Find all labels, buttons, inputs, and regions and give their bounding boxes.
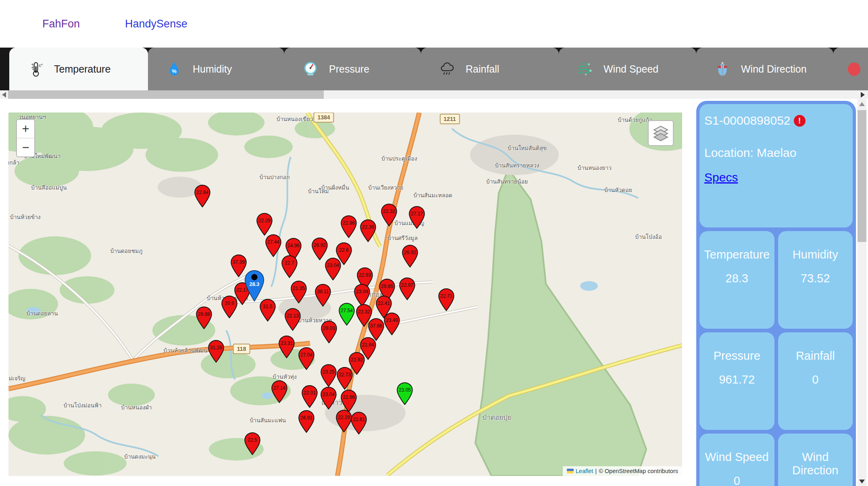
scroll-right-arrow-icon[interactable]: [861, 92, 865, 98]
svg-text:22.71: 22.71: [440, 293, 452, 299]
station-marker-alert[interactable]: 31.28: [207, 340, 225, 363]
svg-text:22.86: 22.86: [343, 220, 355, 226]
scroll-left-arrow-icon[interactable]: [2, 92, 6, 98]
zoom-in-button[interactable]: +: [17, 120, 34, 138]
station-marker-alert[interactable]: 23.04: [320, 387, 337, 410]
station-marker-alert[interactable]: 27.14: [271, 380, 288, 403]
metric-label: Wind Speed: [699, 451, 774, 464]
tab-pressure[interactable]: Pressure: [284, 48, 421, 90]
metric-label: Temperature: [699, 248, 774, 261]
station-marker-normal[interactable]: 27.54: [338, 302, 356, 325]
svg-text:22.01: 22.01: [304, 390, 316, 396]
top-header: FahFon HandySense: [0, 0, 868, 48]
station-marker-alert[interactable]: 26.91: [298, 410, 315, 433]
station-marker-alert[interactable]: 22.7: [281, 255, 298, 278]
station-marker-alert[interactable]: 22.73: [336, 367, 354, 390]
road-number-badge: 1384: [313, 113, 334, 123]
scroll-up-arrow-icon[interactable]: [859, 102, 865, 106]
tab-wind-speed[interactable]: Wind Speed: [559, 48, 696, 90]
tab-temperature[interactable]: c°Temperature: [9, 48, 148, 90]
station-marker-alert[interactable]: 22.84: [194, 185, 211, 208]
nav-handysense-link[interactable]: HandySense: [125, 18, 187, 30]
station-marker-alert[interactable]: 22.32: [380, 203, 398, 226]
station-marker-alert[interactable]: 23.04: [324, 258, 342, 281]
svg-text:23.04: 23.04: [327, 263, 339, 269]
specs-link[interactable]: Specs: [704, 171, 738, 184]
tab-label: Humidity: [193, 63, 232, 75]
svg-text:22.13: 22.13: [287, 313, 299, 319]
station-marker-alert[interactable]: 23.31: [278, 336, 296, 359]
station-marker-alert[interactable]: 20.9: [221, 295, 238, 318]
metric-card-pressure[interactable]: Pressure961.72: [699, 332, 774, 430]
station-marker-alert[interactable]: 22.86: [340, 215, 358, 238]
station-marker-normal[interactable]: 23.05: [396, 382, 414, 405]
station-marker-alert[interactable]: 23.25: [320, 364, 337, 387]
svg-text:26.91: 26.91: [300, 415, 312, 421]
metric-card-rainfall[interactable]: Rainfall0: [778, 332, 853, 430]
brand-fahfon-link[interactable]: FahFon: [42, 18, 80, 30]
road-number-badge: 1211: [439, 114, 460, 124]
svg-text:22.29: 22.29: [338, 415, 350, 420]
vertical-scrollbar-thumb[interactable]: [858, 110, 866, 242]
svg-text:27.44: 27.44: [267, 239, 279, 245]
metric-label: Humidity: [778, 248, 853, 261]
svg-text:22.73: 22.73: [339, 372, 351, 378]
map-layers-button[interactable]: [648, 120, 674, 146]
station-marker-alert[interactable]: 26.92: [401, 244, 419, 267]
station-marker-alert[interactable]: 26.92: [311, 237, 329, 260]
station-marker-alert[interactable]: 23.49: [383, 313, 401, 336]
station-marker-alert[interactable]: 22.61: [350, 412, 368, 435]
metric-value: 73.52: [778, 272, 853, 285]
rain-cloud-icon: [439, 61, 455, 77]
svg-text:26.92: 26.92: [314, 242, 326, 248]
svg-text:20.9: 20.9: [225, 300, 234, 306]
vertical-scrollbar[interactable]: [858, 99, 866, 486]
tab-label: Temperature: [54, 63, 110, 75]
station-marker-alert[interactable]: 22.13: [284, 308, 302, 331]
station-marker-alert[interactable]: 22.36: [359, 219, 377, 242]
station-marker-alert[interactable]: 23.04: [353, 284, 371, 307]
scroll-down-arrow-icon[interactable]: [859, 480, 865, 484]
station-marker-alert[interactable]: 22.29: [256, 213, 273, 236]
horizontal-scrollbar-thumb[interactable]: [8, 90, 324, 99]
metric-card-wind-direction[interactable]: Wind Direction63: [778, 434, 853, 486]
horizontal-scrollbar[interactable]: [0, 90, 868, 99]
svg-text:27.04: 27.04: [300, 352, 312, 358]
svg-text:22.41: 22.41: [378, 300, 390, 306]
station-marker-alert[interactable]: 22.96: [340, 390, 358, 413]
station-marker-alert[interactable]: 29.03: [320, 321, 338, 344]
metric-card-temperature[interactable]: Temperature28.3: [699, 231, 774, 329]
metric-card-wind-speed[interactable]: Wind Speed0: [699, 434, 774, 486]
station-marker-alert[interactable]: 22.97: [398, 277, 416, 300]
station-marker-alert[interactable]: 28.88: [195, 306, 213, 329]
selected-station-marker[interactable]: 28.3: [244, 269, 265, 302]
metric-card-humidity[interactable]: Humidity73.52: [778, 231, 853, 329]
svg-text:31.5: 31.5: [263, 304, 273, 309]
tab-wind-direction[interactable]: Wind Direction: [696, 48, 833, 90]
station-marker-alert[interactable]: 38.11: [314, 284, 332, 307]
status-indicator-dot[interactable]: [848, 63, 860, 76]
svg-text:27.14: 27.14: [273, 385, 285, 391]
station-info-card: S1-0000898052 ! Location: Maelao Specs: [699, 104, 853, 227]
tab-rainfall[interactable]: Rainfall: [421, 48, 559, 90]
leaflet-map[interactable]: วนอุทยานฯบ้านหนองเขียวบ้านด้ายกู่แก้วบ้า…: [8, 113, 682, 476]
zoom-out-button[interactable]: −: [17, 138, 34, 156]
tab-label: Rainfall: [466, 63, 499, 75]
svg-text:%: %: [172, 68, 177, 74]
svg-text:23.04: 23.04: [356, 289, 368, 295]
leaflet-link[interactable]: Leaflet: [576, 468, 593, 474]
station-marker-alert[interactable]: 22.01: [301, 385, 318, 408]
station-marker-alert[interactable]: 27.04: [298, 347, 315, 370]
station-marker-alert[interactable]: 22.5: [244, 432, 261, 455]
station-marker-alert[interactable]: 27.17: [408, 206, 426, 229]
svg-text:22.32: 22.32: [383, 209, 395, 214]
metric-value: 0: [778, 373, 853, 386]
station-marker-alert[interactable]: 27.44: [264, 234, 282, 257]
tab-humidity[interactable]: %Humidity: [148, 48, 284, 90]
svg-text:28.88: 28.88: [198, 311, 210, 317]
station-marker-alert[interactable]: 21.35: [290, 280, 308, 303]
station-marker-alert[interactable]: 22.71: [437, 288, 455, 311]
svg-text:22.61: 22.61: [353, 417, 365, 423]
svg-text:23.31: 23.31: [281, 340, 293, 346]
svg-text:31.28: 31.28: [210, 345, 222, 350]
